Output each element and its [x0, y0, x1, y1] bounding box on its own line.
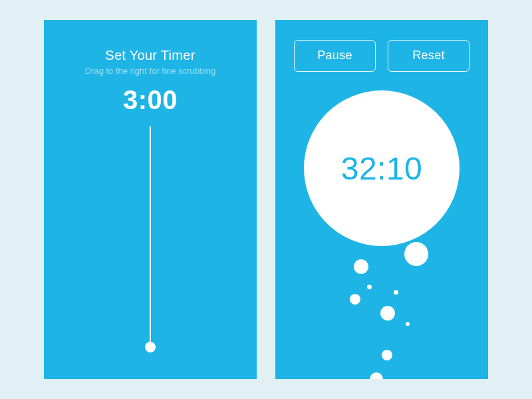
timer-set-screen: Set Your Timer Drag to the right for fin…	[44, 20, 257, 379]
timer-set-value: 3:00	[44, 85, 257, 115]
drip-dot-icon	[354, 259, 368, 274]
drip-dot-icon	[394, 290, 398, 295]
slider-track	[150, 126, 151, 347]
drip-dot-icon	[370, 372, 383, 379]
drip-dot-icon	[382, 350, 392, 360]
timer-set-header: Set Your Timer Drag to the right for fin…	[44, 20, 257, 115]
pause-button[interactable]: Pause	[294, 40, 376, 72]
timer-instruction: Drag to the right for fine scrubbing	[44, 66, 257, 76]
timer-remaining-value: 32:10	[341, 150, 423, 187]
drip-dot-icon	[380, 306, 395, 321]
slider-thumb[interactable]	[145, 342, 156, 352]
timer-title: Set Your Timer	[44, 48, 257, 63]
drip-dot-icon	[367, 285, 372, 289]
drip-dot-icon	[350, 294, 360, 305]
drip-dot-icon	[404, 242, 428, 266]
bubble-visual: 32:10	[275, 90, 488, 379]
drip-dot-icon	[406, 322, 410, 326]
button-row: Pause Reset	[275, 20, 488, 72]
timer-bubble: 32:10	[304, 90, 460, 246]
timer-running-screen: Pause Reset 32:10	[275, 20, 488, 379]
reset-button[interactable]: Reset	[388, 40, 469, 72]
